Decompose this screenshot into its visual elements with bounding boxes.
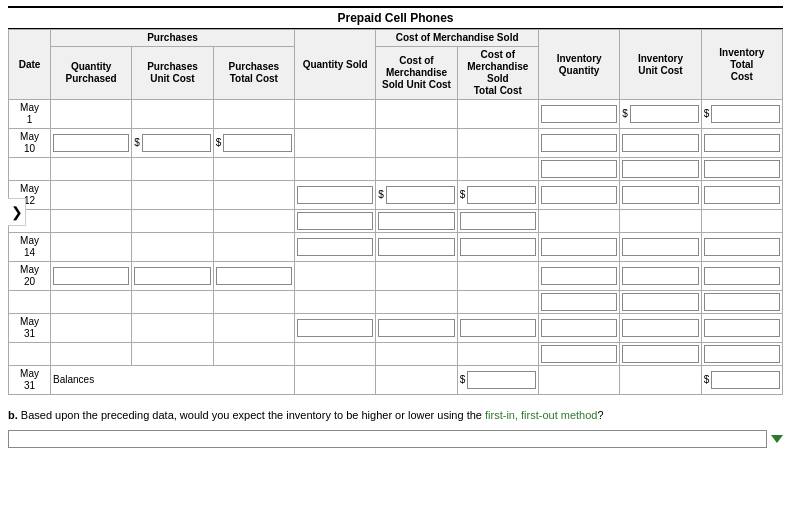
cell-empty	[132, 314, 213, 343]
inv-qty-input[interactable]	[541, 319, 617, 337]
inv-unit-cost-input[interactable]	[622, 134, 698, 152]
dollar-sign: $	[460, 374, 466, 386]
coms-unit-cost-input[interactable]	[378, 238, 454, 256]
inv-unit-cost-input[interactable]	[622, 267, 698, 285]
purch-total-cost-input[interactable]	[223, 134, 292, 152]
cell-empty	[213, 343, 294, 366]
dollar-sign: $	[216, 137, 222, 149]
inv-unit-cost-input[interactable]	[622, 186, 698, 204]
table-row: May14	[9, 233, 783, 262]
coms-total-cost-input[interactable]	[460, 212, 536, 230]
inv-qty-input[interactable]	[541, 345, 617, 363]
qty-sold-input[interactable]	[297, 319, 373, 337]
inv-total-cost-input[interactable]	[704, 293, 780, 311]
qty-sold-input[interactable]	[297, 212, 373, 230]
coms-unit-cost-input[interactable]	[386, 186, 455, 204]
coms-total-cost-input[interactable]	[467, 186, 536, 204]
purch-total-cost-input[interactable]	[216, 267, 292, 285]
dollar-sign: $	[134, 137, 140, 149]
inv-total-balance-input[interactable]	[711, 371, 780, 389]
inv-total-cost-input[interactable]	[704, 267, 780, 285]
cell-empty	[51, 181, 132, 210]
cell-empty	[132, 291, 213, 314]
inv-qty-input[interactable]	[541, 238, 617, 256]
inv-unit-cost-input[interactable]	[622, 238, 698, 256]
cell-empty	[620, 210, 701, 233]
qty-purch-input[interactable]	[53, 134, 129, 152]
cell-empty	[376, 262, 457, 291]
inv-qty-input[interactable]	[541, 267, 617, 285]
cell-empty	[213, 210, 294, 233]
date-cell	[9, 343, 51, 366]
purch-unit-cost-input[interactable]	[142, 134, 211, 152]
nav-arrow[interactable]: ❯	[8, 198, 26, 226]
table-row: May1 $ $	[9, 100, 783, 129]
col-coms-unit-cost: Cost ofMerchandiseSold Unit Cost	[376, 47, 457, 100]
coms-total-balance-input[interactable]	[467, 371, 536, 389]
section-b-answer-input[interactable]	[8, 430, 767, 448]
inv-total-cost-input[interactable]	[704, 238, 780, 256]
inv-total-cost-input[interactable]	[704, 160, 780, 178]
coms-unit-cost-input[interactable]	[378, 212, 454, 230]
table-row	[9, 343, 783, 366]
cell-empty	[294, 291, 375, 314]
col-purch-total-cost: PurchasesTotal Cost	[213, 47, 294, 100]
date-cell: May31	[9, 366, 51, 395]
coms-total-cost-input[interactable]	[460, 319, 536, 337]
cell-empty	[376, 291, 457, 314]
inv-total-cost-input[interactable]	[704, 345, 780, 363]
qty-sold-input[interactable]	[297, 186, 373, 204]
inv-unit-cost-input[interactable]	[630, 105, 699, 123]
date-cell: May14	[9, 233, 51, 262]
col-inv-qty: InventoryQuantity	[538, 30, 619, 100]
col-coms-total-cost: Cost ofMerchandise SoldTotal Cost	[457, 47, 538, 100]
inv-qty-input[interactable]	[541, 186, 617, 204]
dropdown-arrow-icon[interactable]	[771, 435, 783, 443]
cell-empty	[457, 343, 538, 366]
table-row: May12 $ $	[9, 181, 783, 210]
cell-empty	[457, 129, 538, 158]
dollar-sign: $	[622, 108, 628, 120]
qty-purch-input[interactable]	[53, 267, 129, 285]
inv-unit-cost-input[interactable]	[622, 160, 698, 178]
inv-unit-cost-input[interactable]	[622, 345, 698, 363]
inv-unit-cost-input[interactable]	[622, 319, 698, 337]
cell-empty	[51, 158, 132, 181]
cell-empty	[213, 233, 294, 262]
section-b-suffix: ?	[597, 409, 603, 421]
cell-empty	[51, 210, 132, 233]
table-row-balances: May31 Balances $ $	[9, 366, 783, 395]
purch-unit-cost-input[interactable]	[134, 267, 210, 285]
date-cell: May1	[9, 100, 51, 129]
col-purch-unit-cost: PurchasesUnit Cost	[132, 47, 213, 100]
inv-qty-input[interactable]	[541, 160, 617, 178]
col-qty-sold: Quantity Sold	[294, 30, 375, 100]
inv-total-cost-input[interactable]	[711, 105, 780, 123]
coms-unit-cost-input[interactable]	[378, 319, 454, 337]
date-cell	[9, 291, 51, 314]
cell-empty	[294, 158, 375, 181]
inv-qty-input[interactable]	[541, 105, 617, 123]
cell-empty	[457, 100, 538, 129]
dollar-sign: $	[704, 108, 710, 120]
col-inv-total-cost: InventoryTotalCost	[701, 30, 782, 100]
cell-empty	[213, 158, 294, 181]
date-cell	[9, 158, 51, 181]
col-inv-unit-cost: InventoryUnit Cost	[620, 30, 701, 100]
table-row	[9, 210, 783, 233]
inv-qty-input[interactable]	[541, 293, 617, 311]
inv-total-cost-input[interactable]	[704, 319, 780, 337]
inv-unit-cost-input[interactable]	[622, 293, 698, 311]
inv-qty-input[interactable]	[541, 134, 617, 152]
inv-total-cost-input[interactable]	[704, 134, 780, 152]
cell-empty	[538, 366, 619, 395]
inv-total-cost-input[interactable]	[704, 186, 780, 204]
qty-sold-input[interactable]	[297, 238, 373, 256]
cell-empty	[51, 314, 132, 343]
fifo-link[interactable]: first-in, first-out method	[485, 409, 597, 421]
page-title: Prepaid Cell Phones	[8, 6, 783, 29]
table-row	[9, 291, 783, 314]
cell-empty	[132, 100, 213, 129]
table-row: May10 $ $	[9, 129, 783, 158]
coms-total-cost-input[interactable]	[460, 238, 536, 256]
